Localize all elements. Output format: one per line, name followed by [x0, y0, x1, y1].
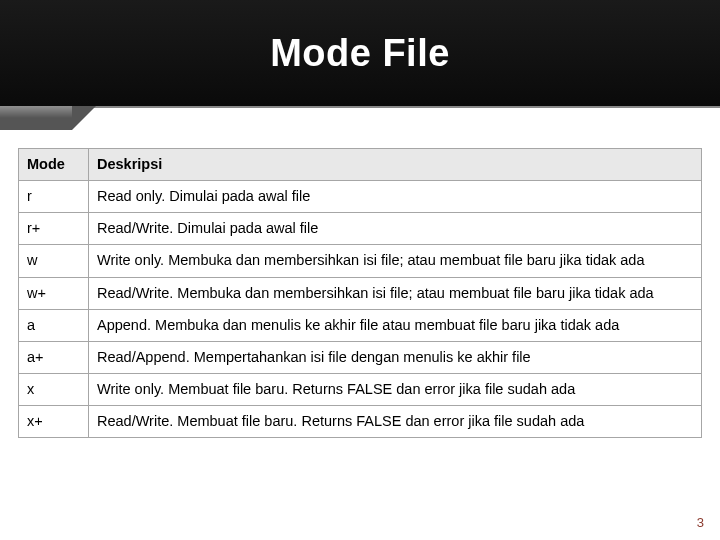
table-row: x Write only. Membuat file baru. Returns…: [19, 373, 702, 405]
cell-desc: Read only. Dimulai pada awal file: [89, 181, 702, 213]
table-header-row: Mode Deskripsi: [19, 149, 702, 181]
cell-desc: Write only. Membuat file baru. Returns F…: [89, 373, 702, 405]
cell-desc: Read/Write. Membuat file baru. Returns F…: [89, 406, 702, 438]
corner-decoration: [0, 106, 72, 130]
cell-desc: Append. Membuka dan menulis ke akhir fil…: [89, 309, 702, 341]
content-area: Mode Deskripsi r Read only. Dimulai pada…: [0, 108, 720, 438]
cell-desc: Read/Append. Mempertahankan isi file den…: [89, 341, 702, 373]
cell-desc: Read/Write. Dimulai pada awal file: [89, 213, 702, 245]
cell-mode: x: [19, 373, 89, 405]
header-mode: Mode: [19, 149, 89, 181]
table-row: w+ Read/Write. Membuka dan membersihkan …: [19, 277, 702, 309]
cell-mode: w+: [19, 277, 89, 309]
table-row: x+ Read/Write. Membuat file baru. Return…: [19, 406, 702, 438]
table-row: r+ Read/Write. Dimulai pada awal file: [19, 213, 702, 245]
table-row: r Read only. Dimulai pada awal file: [19, 181, 702, 213]
cell-mode: r+: [19, 213, 89, 245]
table-row: w Write only. Membuka dan membersihkan i…: [19, 245, 702, 277]
table-row: a Append. Membuka dan menulis ke akhir f…: [19, 309, 702, 341]
table-row: a+ Read/Append. Mempertahankan isi file …: [19, 341, 702, 373]
cell-desc: Read/Write. Membuka dan membersihkan isi…: [89, 277, 702, 309]
title-bar: Mode File: [0, 0, 720, 108]
cell-desc: Write only. Membuka dan membersihkan isi…: [89, 245, 702, 277]
page-title: Mode File: [270, 32, 450, 75]
page-number: 3: [697, 515, 704, 530]
header-desc: Deskripsi: [89, 149, 702, 181]
cell-mode: w: [19, 245, 89, 277]
modes-table: Mode Deskripsi r Read only. Dimulai pada…: [18, 148, 702, 438]
cell-mode: x+: [19, 406, 89, 438]
cell-mode: r: [19, 181, 89, 213]
cell-mode: a: [19, 309, 89, 341]
cell-mode: a+: [19, 341, 89, 373]
